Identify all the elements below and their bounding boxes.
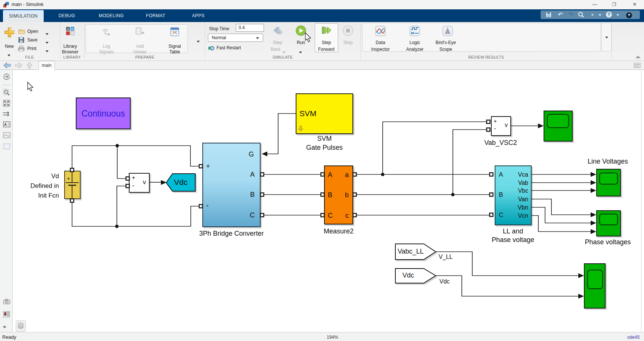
tab-apps[interactable]: APPS [186,9,211,22]
scope-vab-vsc2[interactable] [544,111,573,142]
logic-analyzer-button[interactable]: Logic [410,40,420,45]
save-dropdown-icon[interactable] [46,38,49,45]
stop-icon[interactable] [343,25,353,36]
signal-table-icon[interactable] [170,27,180,37]
redo-icon[interactable]: ↷ [567,10,575,19]
ll-phase-block[interactable]: A B C Vca Vab Vbc Van Vbn Vcn [495,165,532,225]
run-button[interactable]: Run [297,40,305,45]
voltage-measure-block[interactable]: + - v [129,173,150,193]
scope-line-voltages[interactable] [596,169,621,196]
save-button[interactable]: Save [27,37,37,43]
stop-time-input[interactable]: 0.4 [236,24,264,32]
step-forward-button[interactable]: Step [322,40,331,45]
status-solver[interactable]: ode45 [627,335,640,340]
step-back-dropdown-icon[interactable] [283,48,286,55]
signal-table-button[interactable]: Signal [168,44,181,49]
run-icon[interactable] [296,25,306,36]
tab-debug[interactable]: DEBUG [52,9,81,22]
log-signals-icon[interactable] [101,27,112,37]
step-back-button[interactable]: Step [273,40,282,45]
fast-restart-label[interactable]: Fast Restart [217,45,241,50]
expand-sidebar-icon[interactable]: » [3,323,6,329]
add-viewer-button[interactable]: Add [136,44,144,49]
maximize-button[interactable]: ❐ [607,0,622,9]
svm-block[interactable]: SVM [296,93,353,134]
annotation-icon[interactable]: A [3,121,10,127]
step-forward-button-line2[interactable]: Forward [318,47,335,52]
open-dropdown-icon[interactable] [46,30,49,37]
help-icon[interactable]: ? [606,10,612,19]
tab-simulation[interactable]: SIMULATION [3,10,44,22]
birds-eye-scope-button-line2[interactable]: Scope [439,47,452,52]
print-icon[interactable] [18,46,25,52]
bridge-converter-block[interactable]: G A B C + - [202,143,261,227]
tab-main[interactable]: main [38,61,55,70]
viewmarks-icon[interactable] [3,311,10,317]
open-icon[interactable] [18,28,25,34]
layouts-icon[interactable]: » [588,10,597,19]
birds-eye-scope-icon[interactable] [442,26,453,36]
stop-button[interactable]: Stop [343,40,353,45]
library-browser-icon[interactable] [66,27,75,35]
open-button[interactable]: Open [27,29,38,34]
vab-vsc2-block[interactable]: + - v [491,116,511,136]
save-icon[interactable] [546,12,551,18]
log-signals-button-line2[interactable]: Signals [99,49,113,55]
logic-analyzer-button-line2[interactable]: Analyzer [406,47,424,52]
data-inspector-button[interactable]: Data [376,40,385,45]
minimize-button[interactable]: — [587,0,602,9]
print-dropdown-icon[interactable] [46,47,49,54]
image-icon[interactable] [3,132,10,138]
library-browser-button[interactable]: Library [63,44,77,49]
run-dropdown-icon[interactable] [299,48,302,55]
step-back-icon[interactable] [272,25,283,36]
updates-icon[interactable]: ▼ [626,10,632,19]
tab-modeling[interactable]: MODELING [96,9,127,22]
new-icon[interactable] [4,27,15,37]
continuous-block[interactable]: Continuous [76,97,131,129]
new-button[interactable]: New [5,44,14,49]
add-viewer-icon[interactable] [135,27,145,37]
logic-analyzer-icon[interactable] [410,26,420,36]
fit-to-view-icon[interactable] [3,100,10,107]
print-button[interactable]: Print [27,46,37,51]
layouts-dropdown-icon[interactable] [597,10,603,19]
property-inspector-icon[interactable] [634,63,641,68]
library-browser-button-line2[interactable]: Browser [62,49,78,55]
prepare-gallery-dropdown-icon[interactable] [197,37,200,44]
model-data-button[interactable] [16,320,26,332]
hide-browser-icon[interactable] [3,74,10,80]
help-dropdown-icon[interactable] [615,10,620,19]
zoom-region-icon[interactable] [3,89,10,96]
camera-icon[interactable] [3,299,10,304]
close-button[interactable]: ✕ [627,0,642,9]
save-file-icon[interactable] [18,37,24,43]
collapse-toolbar-icon[interactable] [635,55,641,59]
forward-icon[interactable] [15,62,22,68]
data-inspector-button-line2[interactable]: Inspector [371,47,389,52]
vd-source-block[interactable]: + [64,171,81,199]
up-icon[interactable] [27,62,32,69]
data-inspector-icon[interactable] [375,26,386,36]
review-gallery-dropdown[interactable] [601,23,612,52]
scope-vll-vdc[interactable] [584,263,606,309]
back-icon[interactable] [3,62,11,68]
signal-table-button-line2[interactable]: Table [169,49,180,55]
fast-restart-icon[interactable] [208,45,214,51]
tab-format[interactable]: FORMAT [142,9,169,22]
step-forward-icon[interactable] [321,25,332,36]
step-back-button-line2[interactable]: Back [271,47,281,52]
mode-select[interactable]: Normal [208,34,263,42]
area-box-icon[interactable] [3,143,10,149]
add-viewer-button-line2[interactable]: Viewer [133,49,147,55]
scope-phase-voltages[interactable] [596,210,621,236]
svm-dropdown-icon[interactable] [298,125,304,132]
scope-line-label: Line Voltages [588,158,628,165]
birds-eye-scope-button[interactable]: Bird's-Eye [436,40,456,45]
log-signals-button[interactable]: Log [103,44,110,49]
undo-icon[interactable]: ↶ [556,10,564,19]
measure2-block[interactable]: A B C a b c [324,165,353,224]
search-icon[interactable] [578,12,584,18]
signal-routing-icon[interactable] [3,111,10,117]
new-dropdown-icon[interactable] [7,51,10,58]
